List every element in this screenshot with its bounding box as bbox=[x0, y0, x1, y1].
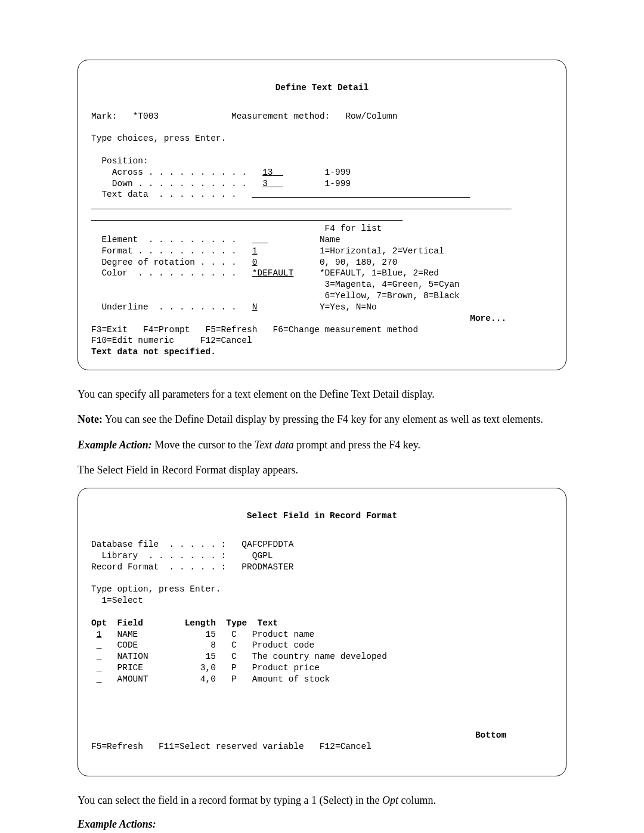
para3-after: column. bbox=[398, 794, 436, 806]
row-field-4: AMOUNT bbox=[117, 674, 148, 684]
note-body: You can see the Define Detail display by… bbox=[105, 413, 543, 425]
underline-label: Underline . . . . . . . . bbox=[101, 302, 236, 312]
row-text-3: Product price bbox=[252, 663, 320, 673]
underline-hint: Y=Yes, N=No bbox=[320, 302, 377, 312]
rotation-value[interactable]: 0 bbox=[252, 258, 258, 267]
across-value[interactable]: 13 bbox=[262, 168, 273, 177]
method-label: Measurement method: bbox=[231, 112, 330, 121]
element-value[interactable] bbox=[252, 235, 268, 244]
example-action-textdata: Text data bbox=[255, 439, 294, 451]
screen2-fkeys: F5=Refresh F11=Select reserved variable … bbox=[91, 742, 371, 751]
screen1-fkeys-2: F10=Edit numeric F12=Cancel bbox=[91, 336, 252, 345]
row-opt-4[interactable]: _ bbox=[97, 674, 102, 684]
example-action-after: prompt and press the F4 key. bbox=[294, 439, 420, 451]
row-type-2: C bbox=[231, 652, 237, 661]
down-value[interactable]: 3 bbox=[262, 179, 268, 188]
para3-opt: Opt bbox=[382, 794, 398, 806]
method-value: Row/Column bbox=[345, 112, 397, 121]
hdr-field: Field bbox=[117, 618, 144, 628]
more-indicator: More... bbox=[470, 314, 506, 323]
screen1-error: Text data not specified. bbox=[91, 347, 216, 357]
element-label: Element . . . . . . . . . bbox=[101, 235, 236, 244]
example-action-paragraph: Example Action: Move the cursor to the T… bbox=[78, 438, 566, 452]
row-type-3: P bbox=[231, 663, 237, 673]
color-hint1: *DEFAULT, 1=Blue, 2=Red bbox=[320, 268, 439, 278]
lib-label: Library . . . . . . . : bbox=[101, 551, 226, 561]
color-label: Color . . . . . . . . . . bbox=[101, 268, 236, 278]
format-hint: 1=Horizontal, 2=Vertical bbox=[320, 246, 444, 256]
paragraph-3: You can select the field in a record for… bbox=[78, 793, 566, 807]
mark-label: Mark: bbox=[91, 112, 117, 121]
row-opt-0[interactable]: 1 bbox=[97, 630, 102, 639]
row-field-2: NATION bbox=[117, 652, 148, 661]
rf-value: PRODMASTER bbox=[242, 562, 293, 572]
hdr-type: Type bbox=[226, 618, 247, 628]
row-text-2: The country name developed bbox=[252, 652, 387, 661]
paragraph-2: The Select Field in Record Format displa… bbox=[78, 463, 566, 477]
hdr-length: Length bbox=[185, 618, 216, 628]
screen2-title: Select Field in Record Format bbox=[91, 510, 553, 522]
format-value[interactable]: 1 bbox=[252, 246, 258, 256]
screen2-instructions: Type option, press Enter. bbox=[91, 584, 221, 594]
element-hint2: Name bbox=[320, 235, 340, 244]
row-text-4: Amount of stock bbox=[252, 674, 330, 684]
screen1-title: Define Text Detail bbox=[91, 82, 553, 94]
down-label: Down . . . . . . . . . . . bbox=[112, 179, 247, 188]
hdr-opt: Opt bbox=[91, 618, 107, 628]
row-text-0: Product name bbox=[252, 630, 314, 639]
hdr-text: Text bbox=[258, 618, 278, 628]
row-type-1: C bbox=[231, 640, 237, 650]
color-hint2: 3=Magenta, 4=Green, 5=Cyan bbox=[325, 280, 460, 289]
row-field-3: PRICE bbox=[117, 663, 144, 673]
row-len-3: 3,0 bbox=[200, 663, 216, 673]
screen1-fkeys-1: F3=Exit F4=Prompt F5=Refresh F6=Change m… bbox=[91, 325, 418, 335]
color-value[interactable]: *DEFAULT bbox=[252, 268, 294, 278]
row-len-0: 15 bbox=[205, 630, 215, 639]
position-label: Position: bbox=[101, 156, 148, 166]
page: Define Text Detail Mark: *T003 Measureme… bbox=[0, 0, 644, 833]
example-action-before: Move the cursor to the bbox=[154, 439, 254, 451]
across-label: Across . . . . . . . . . . bbox=[112, 168, 247, 177]
example-action-label: Example Action: bbox=[78, 439, 152, 451]
bottom-indicator: Bottom bbox=[475, 730, 506, 740]
select-opt: 1=Select bbox=[101, 596, 143, 605]
screen1-instructions: Type choices, press Enter. bbox=[91, 134, 226, 143]
row-len-1: 8 bbox=[210, 640, 216, 650]
db-label: Database file . . . . . : bbox=[91, 540, 226, 549]
rf-label: Record Format . . . . . : bbox=[91, 562, 226, 572]
textdata-entry[interactable] bbox=[252, 190, 470, 199]
row-opt-3[interactable]: _ bbox=[97, 663, 102, 673]
rotation-label: Degree of rotation . . . . bbox=[101, 258, 236, 267]
mark-value: *T003 bbox=[133, 112, 159, 121]
note-label: Note: bbox=[78, 413, 103, 425]
row-len-4: 4,0 bbox=[200, 674, 216, 684]
textdata-label: Text data . . . . . . . . bbox=[101, 190, 236, 199]
element-hint1: F4 for list bbox=[325, 224, 382, 233]
underline-value[interactable]: N bbox=[252, 302, 258, 312]
row-len-2: 15 bbox=[205, 652, 215, 661]
rotation-hint: 0, 90, 180, 270 bbox=[320, 258, 398, 267]
define-text-detail-screen: Define Text Detail Mark: *T003 Measureme… bbox=[78, 60, 566, 370]
row-text-1: Product code bbox=[252, 640, 314, 650]
paragraph-1: You can specify all parameters for a tex… bbox=[78, 387, 566, 401]
color-hint3: 6=Yellow, 7=Brown, 8=Black bbox=[325, 291, 460, 301]
row-opt-1[interactable]: _ bbox=[97, 640, 102, 650]
row-opt-2[interactable]: _ bbox=[97, 652, 102, 661]
db-value: QAFCPFDDTA bbox=[242, 540, 293, 549]
row-field-1: CODE bbox=[117, 640, 138, 650]
example-actions-heading: Example Actions: bbox=[78, 818, 566, 831]
note-paragraph: Note: You can see the Define Detail disp… bbox=[78, 412, 566, 426]
row-type-0: C bbox=[231, 630, 237, 639]
para3-before: You can select the field in a record for… bbox=[78, 794, 382, 806]
lib-value: QGPL bbox=[252, 551, 273, 561]
select-field-screen: Select Field in Record Format Database f… bbox=[78, 488, 566, 776]
format-label: Format . . . . . . . . . . bbox=[101, 246, 236, 256]
across-range: 1-999 bbox=[325, 168, 351, 177]
row-type-4: P bbox=[231, 674, 237, 684]
row-field-0: NAME bbox=[117, 630, 138, 639]
down-range: 1-999 bbox=[325, 179, 351, 188]
